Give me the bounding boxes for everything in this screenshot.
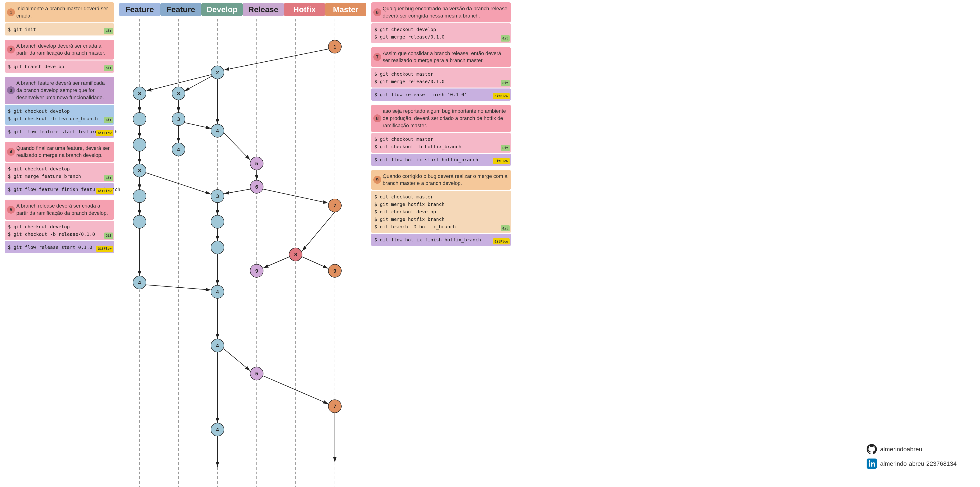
step-number-4: 4: [7, 148, 15, 156]
code-block-8-1: $ git flow hotfix start hotfix_branchGit…: [371, 153, 511, 166]
step-5: 5A branch release deverá ser criada a pa…: [5, 200, 115, 253]
svg-point-33: [133, 190, 146, 203]
svg-line-60: [185, 123, 211, 128]
step-text-3: A branch feature deverá ser ramificada d…: [16, 80, 105, 101]
step-8: 8aso seja reportado algum bug importante…: [371, 105, 511, 166]
code-text-1-0: $ git init: [8, 26, 111, 33]
code-block-6-0: $ git checkout develop $ git merge relea…: [371, 23, 511, 43]
svg-text:8: 8: [294, 252, 297, 257]
code-block-9-0: $ git checkout master $ git merge hotfix…: [371, 191, 511, 233]
tag-git-2-0: Git: [104, 65, 113, 71]
step-header-1: 1Inicialmente a branch master deverá ser…: [5, 2, 115, 22]
svg-line-69: [146, 173, 211, 194]
linkedin-icon: [867, 458, 877, 469]
svg-line-75: [302, 257, 328, 268]
tag-git-3-0: Git: [104, 117, 113, 123]
step-header-8: 8aso seja reportado algum bug importante…: [371, 105, 511, 132]
step-text-8: aso seja reportado algum bug importante …: [383, 108, 506, 128]
branch-release: Release: [243, 3, 284, 16]
svg-text:3: 3: [177, 91, 180, 96]
svg-text:3: 3: [138, 168, 141, 174]
tag-gitflow-7-1: GitFlow: [493, 93, 510, 99]
svg-text:4: 4: [216, 343, 219, 348]
svg-point-34: [133, 215, 146, 228]
step-number-9: 9: [373, 176, 381, 184]
step-header-4: 4Quando finalizar uma feature, deverá se…: [5, 142, 115, 162]
svg-line-73: [302, 212, 335, 251]
code-block-7-0: $ git checkout master $ git merge releas…: [371, 68, 511, 88]
tag-gitflow-5-1: GitFlow: [96, 246, 113, 252]
svg-text:5: 5: [255, 161, 258, 166]
github-username: almerindoabreu: [880, 445, 923, 453]
code-text-6-0: $ git checkout develop $ git merge relea…: [374, 26, 508, 41]
branch-hotfix: Hotfix: [284, 3, 325, 16]
step-number-5: 5: [7, 206, 15, 214]
step-text-9: Quando corrigido o bug deverá realizar o…: [383, 173, 507, 186]
step-1: 1Inicialmente a branch master deverá ser…: [5, 2, 115, 35]
svg-text:7: 7: [333, 203, 336, 209]
github-icon: [867, 444, 877, 454]
step-number-3: 3: [7, 86, 15, 94]
tag-git-1-0: Git: [104, 28, 113, 34]
svg-point-35: [211, 241, 224, 254]
step-text-6: Qualquer bug encontrado na versão da bra…: [383, 6, 507, 19]
svg-point-14: [133, 113, 146, 126]
code-text-5-0: $ git checkout develop $ git checkout -b…: [8, 223, 111, 238]
tag-gitflow-8-1: GitFlow: [493, 158, 510, 164]
svg-text:4: 4: [216, 427, 219, 433]
svg-text:3: 3: [138, 91, 141, 96]
tag-gitflow-9-1: GitFlow: [493, 238, 510, 244]
center-panel: Feature Feature Develop Release Hotfix M…: [119, 0, 366, 487]
step-number-1: 1: [7, 8, 15, 16]
step-header-6: 6Qualquer bug encontrado na versão da br…: [371, 2, 511, 22]
svg-point-15: [133, 138, 146, 151]
step-3: 3A branch feature deverá ser ramificada …: [5, 77, 115, 137]
svg-text:2: 2: [216, 70, 219, 75]
code-block-5-0: $ git checkout develop $ git checkout -b…: [5, 220, 115, 240]
branch-feature2: Feature: [160, 3, 202, 16]
code-block-4-1: $ git flow feature finish feature_branch…: [5, 183, 115, 195]
code-block-2-0: $ git branch developGit: [5, 61, 115, 73]
svg-point-30: [211, 215, 224, 228]
code-text-5-1: $ git flow release start 0.1.0: [8, 244, 111, 251]
svg-text:3: 3: [216, 193, 219, 199]
svg-text:9: 9: [333, 268, 336, 274]
social-footer: almerindoabreu almerindo-abreu-223768134: [867, 444, 957, 473]
step-header-9: 9Quando corrigido o bug deverá realizar …: [371, 170, 511, 190]
code-text-4-0: $ git checkout develop $ git merge featu…: [8, 165, 111, 180]
tag-gitflow-4-1: GitFlow: [96, 188, 113, 194]
step-text-4: Quando finalizar uma feature, deverá ser…: [16, 145, 110, 158]
step-number-8: 8: [373, 114, 381, 122]
svg-text:3: 3: [177, 116, 180, 122]
right-panel: 6Qualquer bug encontrado na versão da br…: [371, 2, 511, 250]
step-header-2: 2A branch develop deverá ser criada a pa…: [5, 40, 115, 60]
code-text-3-0: $ git checkout develop $ git checkout -b…: [8, 107, 111, 122]
svg-text:4: 4: [177, 147, 180, 152]
svg-line-74: [263, 257, 290, 268]
svg-text:4: 4: [138, 280, 141, 286]
tag-git-4-0: Git: [104, 175, 113, 181]
code-block-3-1: $ git flow feature start feature_branchG…: [5, 126, 115, 138]
code-text-9-1: $ git flow hotfix finish hotfix_branch: [374, 236, 508, 244]
step-number-2: 2: [7, 46, 15, 53]
step-header-7: 7Assim que consildar a branch release, e…: [371, 47, 511, 67]
step-number-7: 7: [373, 53, 381, 61]
step-text-7: Assim que consildar a branch release, en…: [383, 50, 501, 64]
svg-text:6: 6: [255, 184, 258, 190]
step-2: 2A branch develop deverá ser criada a pa…: [5, 40, 115, 73]
branch-develop: Develop: [201, 3, 243, 16]
code-text-3-1: $ git flow feature start feature_branch: [8, 128, 111, 136]
linkedin-username: almerindo-abreu-223768134: [880, 460, 957, 467]
step-4: 4Quando finalizar uma feature, deverá se…: [5, 142, 115, 196]
branch-headers: Feature Feature Develop Release Hotfix M…: [119, 0, 366, 19]
code-text-7-0: $ git checkout master $ git merge releas…: [374, 70, 508, 85]
code-text-4-1: $ git flow feature finish feature_branch: [8, 185, 111, 193]
left-panel: 1Inicialmente a branch master deverá ser…: [5, 2, 115, 257]
svg-text:1: 1: [333, 44, 336, 50]
step-text-2: A branch develop deverá ser criada a par…: [16, 43, 105, 56]
svg-line-54: [224, 49, 328, 70]
svg-line-65: [224, 189, 250, 194]
tag-git-6-0: Git: [501, 35, 510, 42]
code-text-2-0: $ git branch develop: [8, 63, 111, 70]
code-text-7-1: $ git flow release finish '0.1.0': [374, 91, 508, 98]
